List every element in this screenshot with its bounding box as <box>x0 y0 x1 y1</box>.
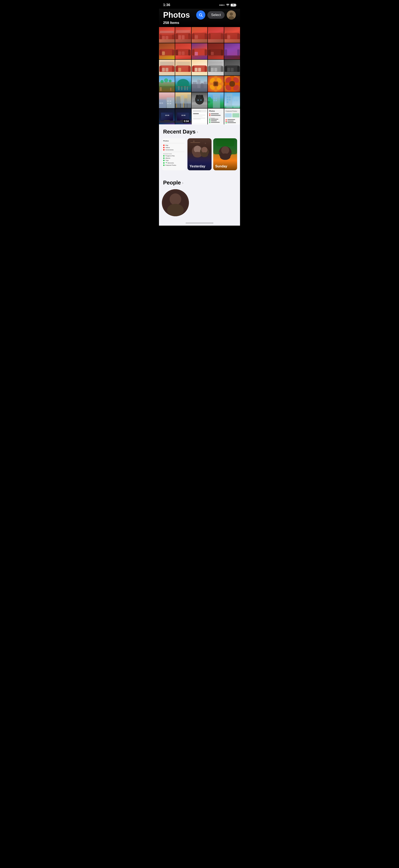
svg-rect-222 <box>193 119 201 119</box>
svg-rect-78 <box>188 66 191 72</box>
photo-cell[interactable] <box>224 43 240 59</box>
people-title: People <box>163 180 181 186</box>
svg-rect-150 <box>159 99 166 108</box>
photo-cell[interactable] <box>159 92 175 108</box>
svg-rect-99 <box>225 66 227 72</box>
svg-rect-216 <box>193 113 206 123</box>
svg-rect-235 <box>211 120 217 121</box>
photo-cell[interactable] <box>159 43 175 59</box>
svg-rect-36 <box>225 33 227 39</box>
photo-cell[interactable] <box>192 76 207 92</box>
svg-rect-183 <box>215 97 217 99</box>
photo-cell[interactable] <box>224 27 240 43</box>
svg-rect-37 <box>237 33 240 39</box>
photo-cell[interactable]: Featured Photos <box>224 108 240 124</box>
svg-rect-190 <box>226 93 232 108</box>
svg-point-236 <box>209 122 210 123</box>
svg-rect-219 <box>193 116 205 116</box>
svg-point-170 <box>201 95 203 98</box>
svg-rect-195 <box>229 99 230 100</box>
recent-days-header[interactable]: Recent Days › <box>163 128 236 135</box>
svg-rect-44 <box>162 52 165 55</box>
day-card-sunday[interactable]: Sunday <box>213 138 237 170</box>
photo-cell[interactable] <box>224 60 240 75</box>
status-icons: 75 <box>220 3 236 7</box>
svg-point-110 <box>169 80 172 83</box>
recent-days-section: Recent Days › Photos Map Videos <box>159 124 240 175</box>
svg-point-175 <box>199 101 200 102</box>
photo-cell[interactable] <box>224 76 240 92</box>
svg-rect-102 <box>231 68 234 71</box>
photo-cell[interactable] <box>192 60 207 75</box>
svg-point-234 <box>209 120 210 122</box>
select-button[interactable]: Select <box>207 11 225 19</box>
svg-point-246 <box>226 121 227 122</box>
svg-rect-220 <box>193 116 202 117</box>
photo-cell[interactable] <box>175 60 191 75</box>
photo-cell[interactable] <box>192 27 207 43</box>
svg-rect-35 <box>225 33 239 39</box>
photo-cell[interactable] <box>192 43 207 59</box>
svg-rect-154 <box>167 100 169 102</box>
svg-rect-125 <box>201 83 203 88</box>
svg-text:10:00: 10:00 <box>181 114 186 116</box>
svg-rect-58 <box>209 49 223 56</box>
photo-cell[interactable] <box>159 60 175 75</box>
photo-cell[interactable] <box>159 76 175 92</box>
photo-cell[interactable] <box>208 60 224 75</box>
svg-rect-204 <box>164 120 170 121</box>
person-avatar[interactable] <box>162 189 189 216</box>
photo-cell[interactable] <box>208 27 224 43</box>
svg-rect-242 <box>232 113 239 117</box>
photo-cell[interactable] <box>208 76 224 92</box>
svg-rect-66 <box>224 56 240 59</box>
svg-rect-50 <box>182 52 185 55</box>
svg-rect-156 <box>167 103 169 104</box>
svg-rect-192 <box>227 96 228 98</box>
svg-rect-49 <box>178 52 181 55</box>
svg-rect-12 <box>165 36 168 39</box>
svg-rect-92 <box>221 66 223 72</box>
photo-grid: 10:00 10:00 0:04 <box>159 27 240 124</box>
svg-rect-270 <box>216 138 234 146</box>
svg-point-244 <box>226 119 227 120</box>
svg-rect-194 <box>227 99 228 100</box>
people-section: People › <box>159 175 240 220</box>
photo-cell[interactable] <box>224 92 240 108</box>
svg-rect-151 <box>167 97 175 108</box>
photo-cell[interactable] <box>192 92 207 108</box>
photos-header: Photos Select 258 Items <box>159 9 240 27</box>
svg-point-228 <box>209 115 210 116</box>
photo-cell[interactable] <box>208 92 224 108</box>
photo-cell[interactable] <box>208 43 224 59</box>
svg-rect-76 <box>176 65 190 72</box>
svg-rect-88 <box>192 72 207 76</box>
svg-rect-64 <box>225 50 227 56</box>
photo-cell[interactable]: Photos <box>208 108 224 124</box>
photo-cell[interactable] <box>175 43 191 59</box>
people-header[interactable]: People › <box>163 180 236 186</box>
svg-point-0 <box>228 6 228 6</box>
signal-dots <box>220 5 225 6</box>
svg-point-232 <box>209 119 210 120</box>
photo-cell[interactable]: 10:00 <box>159 108 175 124</box>
photo-cell[interactable] <box>192 108 207 124</box>
svg-rect-85 <box>204 66 207 72</box>
svg-rect-198 <box>236 99 237 101</box>
photo-cell[interactable] <box>175 27 191 43</box>
svg-rect-241 <box>225 113 232 117</box>
svg-rect-72 <box>165 68 168 71</box>
photo-cell[interactable]: 10:00 0:04 <box>175 108 191 124</box>
search-button[interactable] <box>196 10 205 20</box>
avatar[interactable] <box>227 10 236 20</box>
svg-rect-20 <box>182 35 185 39</box>
day-card-yesterday[interactable]: Yesterday <box>188 138 211 170</box>
svg-rect-217 <box>193 113 199 114</box>
svg-rect-167 <box>192 104 207 108</box>
day-card[interactable]: Photos Map Videos Screenshots SUGGESTION… <box>162 138 186 170</box>
svg-rect-93 <box>211 68 214 71</box>
photo-cell[interactable] <box>175 92 191 108</box>
photo-cell[interactable] <box>159 27 175 43</box>
page-title: Photos <box>163 10 190 20</box>
photo-cell[interactable] <box>175 76 191 92</box>
